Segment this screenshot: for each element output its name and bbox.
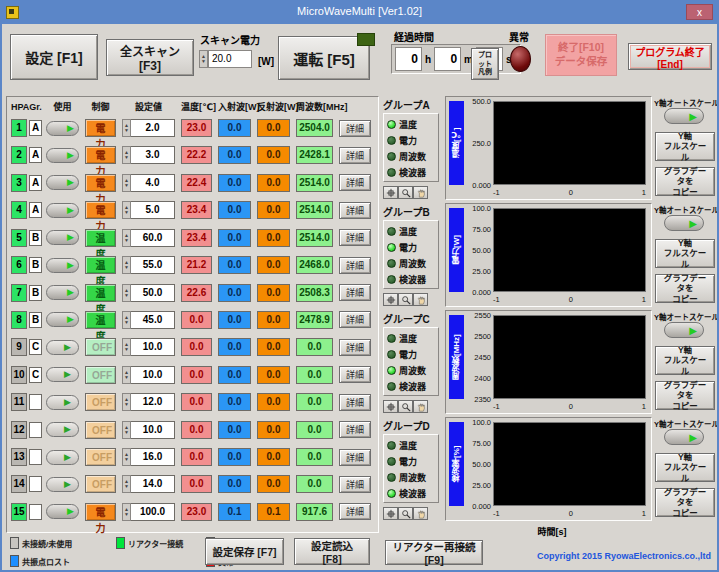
- y-fullscale-button[interactable]: Y軸 フルスケール: [655, 239, 715, 268]
- setpoint-spinner[interactable]: ▲▼: [122, 284, 131, 302]
- close-icon[interactable]: x: [686, 4, 713, 20]
- control-mode-button[interactable]: 温度: [85, 256, 116, 274]
- detail-button[interactable]: 詳細: [339, 174, 371, 191]
- palette-pan-hand-icon[interactable]: [413, 400, 428, 413]
- chart-plot-area[interactable]: [493, 101, 646, 185]
- control-mode-button[interactable]: 電力: [85, 146, 116, 164]
- use-toggle[interactable]: ▶: [46, 121, 79, 136]
- setpoint-input[interactable]: 50.0: [131, 284, 175, 302]
- palette-zoom-icon[interactable]: [398, 400, 413, 413]
- save-settings-button[interactable]: 設定保存 [F7]: [205, 538, 284, 565]
- radio-option[interactable]: 温度: [387, 330, 438, 346]
- radio-option[interactable]: 周波数: [387, 255, 438, 271]
- detail-button[interactable]: 詳細: [339, 339, 371, 356]
- control-mode-button[interactable]: 温度: [85, 311, 116, 329]
- load-settings-button[interactable]: 設定読込 [F8]: [294, 538, 370, 565]
- setpoint-input[interactable]: 12.0: [131, 393, 175, 411]
- palette-zoom-icon[interactable]: [398, 507, 413, 520]
- control-mode-button[interactable]: OFF: [85, 421, 116, 439]
- control-mode-button[interactable]: OFF: [85, 475, 116, 493]
- y-autoscale-toggle[interactable]: ▶: [664, 429, 704, 445]
- setpoint-spinner[interactable]: ▲▼: [122, 366, 131, 384]
- radio-option[interactable]: 周波数: [387, 469, 438, 485]
- y-fullscale-button[interactable]: Y軸 フルスケール: [655, 132, 715, 161]
- setpoint-input[interactable]: 10.0: [131, 421, 175, 439]
- radio-option[interactable]: 温度: [387, 437, 438, 453]
- palette-zoom-icon[interactable]: [398, 293, 413, 306]
- setpoint-input[interactable]: 45.0: [131, 311, 175, 329]
- detail-button[interactable]: 詳細: [339, 284, 371, 301]
- radio-option[interactable]: 温度: [387, 223, 438, 239]
- use-toggle[interactable]: ▶: [46, 148, 79, 163]
- setpoint-spinner[interactable]: ▲▼: [122, 421, 131, 439]
- control-mode-button[interactable]: 電力: [85, 119, 116, 137]
- use-toggle[interactable]: ▶: [46, 504, 79, 519]
- detail-button[interactable]: 詳細: [339, 147, 371, 164]
- use-toggle[interactable]: ▶: [46, 203, 79, 218]
- palette-crosshair-icon[interactable]: [383, 293, 398, 306]
- control-mode-button[interactable]: 温度: [85, 229, 116, 247]
- chart-plot-area[interactable]: [493, 208, 646, 292]
- use-toggle[interactable]: ▶: [46, 477, 79, 492]
- radio-option[interactable]: 電力: [387, 132, 438, 148]
- radio-option[interactable]: 電力: [387, 239, 438, 255]
- copy-graph-data-button[interactable]: グラフデータを コピー: [655, 381, 715, 410]
- copy-graph-data-button[interactable]: グラフデータを コピー: [655, 274, 715, 303]
- use-toggle[interactable]: ▶: [46, 258, 79, 273]
- palette-crosshair-icon[interactable]: [383, 400, 398, 413]
- control-mode-button[interactable]: 温度: [85, 284, 116, 302]
- setpoint-input[interactable]: 10.0: [131, 338, 175, 356]
- use-toggle[interactable]: ▶: [46, 450, 79, 465]
- detail-button[interactable]: 詳細: [339, 394, 371, 411]
- detail-button[interactable]: 詳細: [339, 366, 371, 383]
- radio-option[interactable]: 検波器: [387, 271, 438, 287]
- radio-option[interactable]: 周波数: [387, 362, 438, 378]
- detail-button[interactable]: 詳細: [339, 476, 371, 493]
- setpoint-input[interactable]: 14.0: [131, 475, 175, 493]
- radio-option[interactable]: 電力: [387, 453, 438, 469]
- use-toggle[interactable]: ▶: [46, 175, 79, 190]
- setpoint-spinner[interactable]: ▲▼: [122, 119, 131, 137]
- y-autoscale-toggle[interactable]: ▶: [664, 108, 704, 124]
- setpoint-spinner[interactable]: ▲▼: [122, 229, 131, 247]
- detail-button[interactable]: 詳細: [339, 202, 371, 219]
- palette-crosshair-icon[interactable]: [383, 186, 398, 199]
- detail-button[interactable]: 詳細: [339, 421, 371, 438]
- scan-power-spinner[interactable]: ▲▼: [199, 50, 208, 68]
- setpoint-spinner[interactable]: ▲▼: [122, 393, 131, 411]
- control-mode-button[interactable]: 電力: [85, 174, 116, 192]
- setpoint-spinner[interactable]: ▲▼: [122, 503, 131, 521]
- setpoint-input[interactable]: 4.0: [131, 174, 175, 192]
- scan-power-input[interactable]: 20.0: [208, 50, 252, 68]
- radio-option[interactable]: 検波器: [387, 164, 438, 180]
- control-mode-button[interactable]: OFF: [85, 448, 116, 466]
- setpoint-spinner[interactable]: ▲▼: [122, 201, 131, 219]
- radio-option[interactable]: 電力: [387, 346, 438, 362]
- palette-pan-hand-icon[interactable]: [413, 507, 428, 520]
- setpoint-spinner[interactable]: ▲▼: [122, 338, 131, 356]
- setpoint-spinner[interactable]: ▲▼: [122, 174, 131, 192]
- use-toggle[interactable]: ▶: [46, 367, 79, 382]
- setpoint-input[interactable]: 60.0: [131, 229, 175, 247]
- palette-zoom-icon[interactable]: [398, 186, 413, 199]
- control-mode-button[interactable]: OFF: [85, 393, 116, 411]
- control-mode-button[interactable]: 電力: [85, 503, 116, 521]
- palette-pan-hand-icon[interactable]: [413, 186, 428, 199]
- setpoint-input[interactable]: 5.0: [131, 201, 175, 219]
- detail-button[interactable]: 詳細: [339, 503, 371, 520]
- use-toggle[interactable]: ▶: [46, 285, 79, 300]
- y-autoscale-toggle[interactable]: ▶: [664, 215, 704, 231]
- chart-plot-area[interactable]: [493, 315, 646, 399]
- radio-option[interactable]: 検波器: [387, 378, 438, 394]
- use-toggle[interactable]: ▶: [46, 230, 79, 245]
- chart-plot-area[interactable]: [493, 422, 646, 506]
- setpoint-spinner[interactable]: ▲▼: [122, 256, 131, 274]
- plot-legend-button[interactable]: プロット 凡例: [471, 48, 499, 80]
- setpoint-spinner[interactable]: ▲▼: [122, 146, 131, 164]
- use-toggle[interactable]: ▶: [46, 395, 79, 410]
- y-autoscale-toggle[interactable]: ▶: [664, 322, 704, 338]
- setpoint-spinner[interactable]: ▲▼: [122, 475, 131, 493]
- setpoint-spinner[interactable]: ▲▼: [122, 311, 131, 329]
- setpoint-spinner[interactable]: ▲▼: [122, 448, 131, 466]
- setpoint-input[interactable]: 10.0: [131, 366, 175, 384]
